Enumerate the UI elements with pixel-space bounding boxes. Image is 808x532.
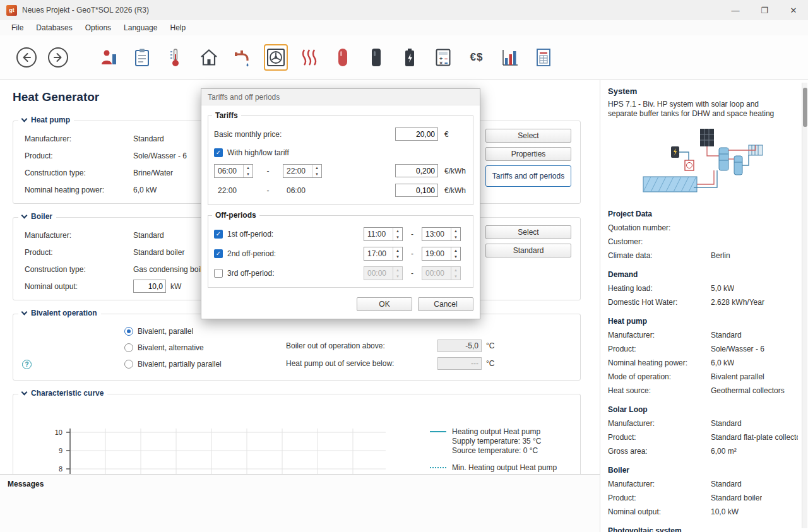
- window-titlebar[interactable]: gt Neues Projekt - GeoT*SOL 2026 (R3) — …: [0, 0, 808, 20]
- menu-language[interactable]: Language: [117, 20, 163, 35]
- spinner-down-icon: [393, 273, 402, 280]
- project-data-icon[interactable]: [97, 44, 121, 71]
- heat-pump-select-button[interactable]: Select: [485, 129, 571, 143]
- heat-pump-off-temp-input: [437, 357, 482, 370]
- spinner-down-icon[interactable]: [451, 254, 460, 260]
- checkbox-checked-icon[interactable]: [214, 249, 223, 258]
- menu-help[interactable]: Help: [163, 20, 192, 35]
- high-low-tariff-checkbox-row[interactable]: With high/low tariff: [214, 144, 467, 161]
- spinner-down-icon[interactable]: [393, 254, 402, 260]
- spinner-up-icon[interactable]: [451, 247, 460, 254]
- economy-icon[interactable]: €$: [465, 44, 489, 71]
- results-chart-icon[interactable]: [498, 44, 522, 71]
- heat-pump-icon[interactable]: [264, 44, 288, 71]
- off-period-1-to-spinner[interactable]: 13:00: [422, 227, 461, 241]
- spinner-down-icon[interactable]: [244, 171, 252, 177]
- checkbox-checked-icon[interactable]: [214, 230, 223, 239]
- list-item: Heating load:5,0 kW: [608, 281, 798, 295]
- sidebar-group-title: Heat pump: [608, 317, 798, 326]
- y-tick-label: 9: [59, 447, 62, 454]
- section-title: Heat pump: [31, 115, 70, 124]
- basic-monthly-price-input[interactable]: [395, 127, 438, 141]
- tariffs-dialog: Tariffs and off periods Tariffs Basic mo…: [201, 88, 480, 319]
- radio-bivalent-parallel[interactable]: Bivalent, parallel: [124, 323, 222, 340]
- heating-circuit-icon[interactable]: [297, 44, 321, 71]
- maximize-button[interactable]: ❐: [750, 0, 779, 20]
- boiler-standard-button[interactable]: Standard: [485, 244, 571, 257]
- report-icon[interactable]: [532, 44, 556, 71]
- off-period-1-from-spinner[interactable]: 11:00: [364, 227, 403, 241]
- window-title: Neues Projekt - GeoT*SOL 2026 (R3): [22, 6, 149, 15]
- radio-icon[interactable]: [124, 360, 133, 369]
- messages-panel: Messages: [0, 474, 600, 532]
- spinner-down-icon[interactable]: [393, 234, 402, 240]
- spinner-up-icon[interactable]: [312, 165, 321, 171]
- sidebar-scrollbar[interactable]: [802, 83, 807, 528]
- tariffs-group: Tariffs Basic monthly price: € With high…: [208, 115, 473, 205]
- high-tariff-from-spinner[interactable]: 06:00: [214, 164, 253, 178]
- heat-pump-properties-button[interactable]: Properties: [485, 147, 571, 161]
- off-period-2-to-spinner[interactable]: 19:00: [422, 247, 461, 261]
- off-period-3-to-spinner: 00:00: [422, 266, 461, 280]
- minimize-button[interactable]: —: [721, 0, 750, 20]
- menu-databases[interactable]: Databases: [30, 20, 78, 35]
- system-diagram: [638, 127, 768, 202]
- collapse-chevron-icon[interactable]: [21, 212, 28, 218]
- spinner-up-icon: [451, 267, 460, 273]
- sidebar-group-title: Solar Loop: [608, 405, 798, 414]
- battery-icon[interactable]: [398, 44, 422, 71]
- forward-arrow-icon[interactable]: [47, 47, 69, 68]
- ok-button[interactable]: OK: [357, 297, 412, 311]
- clipboard-icon[interactable]: [130, 44, 154, 71]
- buffer-tank-icon[interactable]: [364, 44, 388, 71]
- spinner-down-icon: [451, 273, 460, 280]
- scrollbar-thumb[interactable]: [803, 88, 807, 127]
- calculation-icon[interactable]: +−×=: [431, 44, 455, 71]
- close-button[interactable]: ✕: [779, 0, 808, 20]
- high-tariff-to-spinner[interactable]: 22:00: [283, 164, 322, 178]
- nominal-output-input[interactable]: [133, 280, 166, 293]
- toolbar: +−×= €$: [0, 35, 808, 80]
- spinner-up-icon: [393, 267, 402, 273]
- list-item: Manufacturer:Standard: [608, 417, 798, 430]
- boiler-off-temp-input[interactable]: [437, 340, 482, 352]
- radio-selected-icon[interactable]: [124, 327, 133, 336]
- collapse-chevron-icon[interactable]: [21, 389, 28, 395]
- off-period-2-from-spinner[interactable]: 17:00: [364, 247, 403, 261]
- menu-options[interactable]: Options: [79, 20, 117, 35]
- list-item: Mode of operation:Bivalent parallel: [608, 370, 798, 384]
- list-item: Heat source:Geothermal collectors: [608, 384, 798, 398]
- spinner-down-icon[interactable]: [451, 234, 460, 240]
- dialog-titlebar[interactable]: Tariffs and off periods: [201, 89, 480, 105]
- menu-file[interactable]: File: [5, 20, 30, 35]
- system-sidebar: System HPS 7.1 - Biv. HP system with sol…: [600, 80, 808, 532]
- radio-icon[interactable]: [124, 343, 133, 352]
- boiler-select-button[interactable]: Select: [485, 225, 571, 239]
- radio-bivalent-alternative[interactable]: Bivalent, alternative: [124, 340, 222, 356]
- checkbox-unchecked-icon[interactable]: [214, 269, 223, 278]
- hot-water-tap-icon[interactable]: [230, 44, 254, 71]
- help-icon[interactable]: ?: [22, 360, 32, 369]
- spinner-down-icon[interactable]: [312, 171, 321, 177]
- thermometer-icon[interactable]: [163, 44, 187, 71]
- low-tariff-price-input[interactable]: [395, 184, 438, 197]
- list-item: Product:Sole/Wasser - 6: [608, 342, 798, 356]
- collapse-chevron-icon[interactable]: [21, 309, 28, 315]
- high-tariff-price-input[interactable]: [395, 164, 438, 177]
- legend-dotted-line-icon: [430, 467, 446, 473]
- building-icon[interactable]: [197, 44, 221, 71]
- sidebar-title: System: [608, 86, 798, 96]
- cancel-button[interactable]: Cancel: [418, 297, 473, 311]
- spinner-up-icon[interactable]: [244, 165, 252, 171]
- spinner-up-icon[interactable]: [451, 228, 460, 234]
- spinner-up-icon[interactable]: [393, 247, 402, 254]
- spinner-up-icon[interactable]: [393, 228, 402, 234]
- collapse-chevron-icon[interactable]: [21, 115, 28, 122]
- checkbox-checked-icon[interactable]: [214, 148, 223, 157]
- dhw-tank-icon[interactable]: [331, 44, 355, 71]
- tariffs-and-off-periods-button[interactable]: Tariffs and off periods: [485, 165, 571, 187]
- off-period-3-from-spinner: 00:00: [364, 266, 403, 280]
- back-arrow-icon[interactable]: [16, 47, 37, 68]
- group-label: Off-periods: [212, 211, 259, 220]
- radio-bivalent-partially-parallel[interactable]: Bivalent, partially parallel: [124, 356, 222, 372]
